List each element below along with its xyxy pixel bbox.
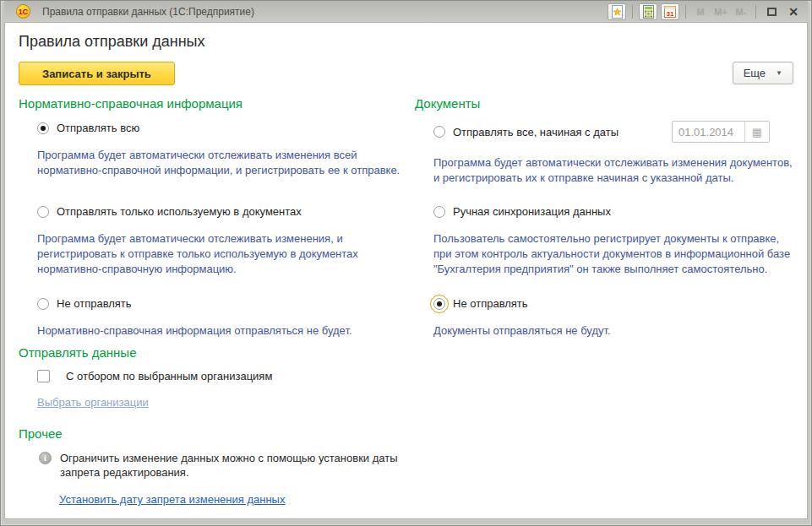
memory-m-plus-button: М+	[712, 7, 729, 17]
filter-by-organizations-row[interactable]: С отбором по выбранным организациям	[37, 370, 415, 382]
docs-option-send-all-from-date: Отправлять все, начиная с даты 01.01.201…	[415, 121, 793, 204]
calendar-icon[interactable]: 31	[661, 3, 679, 20]
nsi-section-heading: Нормативно-справочная информация	[19, 96, 415, 111]
more-button-label: Еще	[744, 67, 766, 79]
maximize-icon	[767, 8, 777, 16]
radio-button-icon[interactable]	[37, 298, 49, 310]
option-description: Пользователь самостоятельно регистрирует…	[433, 231, 793, 277]
documents-column: Документы Отправлять все, начиная с даты…	[415, 96, 793, 345]
chevron-down-icon: ▼	[776, 69, 782, 77]
docs-option-do-not-send: Не отправлять Документы отправляться не …	[415, 296, 793, 339]
info-row: i Ограничить изменение данных можно с по…	[39, 451, 415, 480]
window-title: Правила отправки данных (1С:Предприятие)	[42, 6, 602, 18]
radio-label: Отправлять всю	[57, 121, 139, 135]
close-icon: ✕	[788, 6, 798, 18]
option-description: Программа будет автоматически отслеживат…	[37, 231, 402, 277]
titlebar-controls: 31 М М+ М- ✕	[608, 3, 803, 20]
save-and-close-button[interactable]: Записать и закрыть	[19, 62, 175, 85]
send-data-section-heading: Отправлять данные	[19, 345, 415, 361]
other-section-heading: Прочее	[19, 426, 415, 442]
titlebar-separator	[685, 5, 686, 19]
favorites-page-icon[interactable]	[608, 3, 626, 20]
calendar-picker-icon[interactable]: ▦	[744, 122, 769, 142]
checkbox-label: С отбором по выбранным организациям	[66, 370, 272, 382]
radio-label: Ручная синхронизация данных	[453, 204, 611, 219]
radio-label: Не отправлять	[453, 296, 528, 311]
titlebar: 1С Правила отправки данных (1С:Предприят…	[4, 1, 808, 22]
radio-button-icon[interactable]	[37, 122, 49, 134]
radio-docs-manual-sync[interactable]: Ручная синхронизация данных	[433, 204, 793, 219]
nsi-option-do-not-send: Не отправлять Нормативно-справочная инфо…	[19, 296, 415, 339]
set-restriction-date-link[interactable]: Установить дату запрета изменения данных	[59, 493, 285, 506]
radio-nsi-do-not-send[interactable]: Не отправлять	[37, 296, 415, 311]
close-button[interactable]: ✕	[784, 3, 803, 20]
titlebar-separator	[632, 5, 633, 19]
memory-m-button: М	[692, 7, 709, 17]
radio-label: Не отправлять	[57, 296, 132, 311]
memory-m-minus-button: М-	[733, 7, 749, 17]
form-content: Правила отправки данных Записать и закры…	[4, 22, 808, 519]
maximize-button[interactable]	[762, 3, 781, 20]
checkbox-icon[interactable]	[37, 370, 50, 382]
option-description: Программа будет автоматически отслеживат…	[37, 148, 402, 178]
start-date-value[interactable]: 01.01.2014	[673, 122, 744, 142]
titlebar-separator	[755, 5, 756, 19]
select-organizations-link[interactable]: Выбрать организации	[37, 396, 149, 409]
1c-logo-icon: 1С	[16, 4, 30, 19]
nsi-option-used-in-docs: Отправлять только используемую в докумен…	[19, 204, 415, 296]
info-text: Ограничить изменение данных можно с помо…	[60, 451, 415, 480]
app-window: 1С Правила отправки данных (1С:Предприят…	[0, 0, 812, 526]
radio-docs-send-from-date[interactable]: Отправлять все, начиная с даты 01.01.201…	[433, 121, 770, 143]
option-description: Программа будет автоматически отслеживат…	[433, 155, 793, 186]
start-date-field[interactable]: 01.01.2014 ▦	[672, 121, 770, 143]
nsi-option-send-all: Отправлять всю Программа будет автоматич…	[19, 121, 415, 204]
radio-docs-do-not-send[interactable]: Не отправлять	[433, 296, 793, 311]
option-description: Документы отправляться не будут.	[433, 323, 793, 339]
svg-text:31: 31	[667, 9, 674, 17]
nsi-column: Нормативно-справочная информация Отправл…	[19, 96, 415, 507]
more-button[interactable]: Еще ▼	[733, 62, 793, 84]
radio-nsi-send-all[interactable]: Отправлять всю	[37, 121, 415, 135]
calculator-icon[interactable]	[639, 3, 657, 20]
toolbar: Записать и закрыть Еще ▼	[19, 62, 793, 85]
radio-button-icon[interactable]	[37, 206, 49, 218]
radio-button-icon[interactable]	[433, 126, 445, 138]
info-icon: i	[39, 452, 52, 464]
page-title: Правила отправки данных	[19, 33, 793, 51]
option-description: Нормативно-справочная информация отправл…	[37, 323, 402, 339]
radio-label: Отправлять только используемую в докумен…	[57, 204, 302, 219]
radio-nsi-used-in-docs[interactable]: Отправлять только используемую в докумен…	[37, 204, 415, 219]
radio-button-icon[interactable]	[433, 298, 445, 310]
docs-option-manual-sync: Ручная синхронизация данных Пользователь…	[415, 204, 793, 296]
radio-label: Отправлять все, начиная с даты	[453, 125, 619, 139]
documents-section-heading: Документы	[415, 96, 793, 111]
form-columns: Нормативно-справочная информация Отправл…	[19, 96, 793, 507]
radio-button-icon[interactable]	[433, 206, 445, 218]
